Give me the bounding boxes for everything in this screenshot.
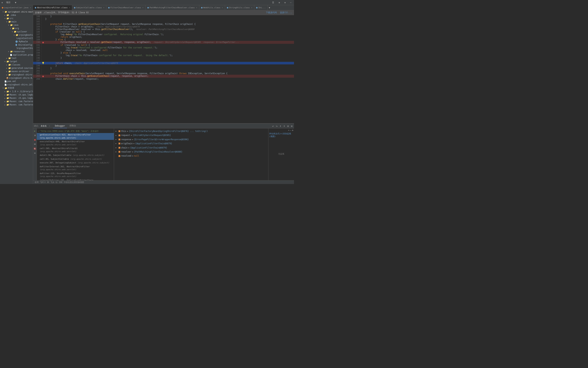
line-code-202[interactable]: protected void executeChain(ServletReque…	[45, 72, 294, 75]
line-code-204[interactable]: chain.doFilter(request, response);	[45, 78, 294, 80]
sidebar-item-iml[interactable]: 📄 srpingboot-shiro.iml	[0, 83, 33, 86]
line-code-190[interactable]: FilterChain resolved = resolver.getChain…	[45, 41, 294, 44]
debug-viewbp-icon[interactable]: 👁	[33, 142, 37, 146]
debug-toolbar-settings[interactable]: ≡	[290, 125, 293, 128]
sidebar-item-test[interactable]: ▶ 📁 test	[0, 56, 33, 60]
line-code-181[interactable]: }	[45, 18, 294, 20]
line-code-192[interactable]: log.trace("Resolved a configured FilterC…	[45, 46, 294, 49]
sidebar-item-external-libs[interactable]: ▼ 📁 外部库	[0, 86, 33, 90]
var-item-origChain[interactable]: ▶=origChain = {ApplicationFilterChain@68…	[114, 141, 268, 146]
eval-minus-icon[interactable]: –	[290, 129, 291, 132]
var-item-chain[interactable]: ▶=chain = {ApplicationFilterChain@6879}	[114, 146, 268, 150]
var-item-resolved[interactable]: =resolved = null	[114, 154, 268, 158]
sidebar-item-src[interactable]: ▼ 📁 src	[0, 17, 33, 20]
debug-stop-icon[interactable]: ⏹	[33, 138, 37, 142]
tab-close-fcr[interactable]: ×	[142, 7, 144, 9]
debug-resume-icon[interactable]: ▶	[34, 129, 36, 133]
var-expand-this[interactable]: ▶	[116, 130, 118, 133]
line-code-197[interactable]	[45, 59, 294, 62]
debug-session-name[interactable]: 未命名	[41, 125, 47, 127]
line-code-183[interactable]: protected FilterChain getExecutionChain(…	[45, 23, 294, 25]
sidebar-item-shiroconfig[interactable]: ShiroConfig	[0, 43, 33, 46]
stack-frame-active[interactable]: getExecutionChain:423, AbstractShiroFilt…	[37, 133, 114, 140]
var-expand-request[interactable]: ▶	[116, 134, 118, 137]
toolbar-btn-3[interactable]: ≡	[283, 1, 287, 4]
line-code-185[interactable]: FilterChainResolver resolver = this.getF…	[45, 28, 294, 30]
stack-frame-6[interactable]: doFilter:125, OncePerRequestFilter (org.…	[37, 172, 114, 178]
line-code-189[interactable]: } else {	[45, 38, 294, 41]
sidebar-item-main[interactable]: ▼ 📁 main	[0, 20, 33, 23]
toolbar-btn-4[interactable]: –	[289, 1, 293, 4]
line-code-203[interactable]: FilterChain chain = this.getExecutionCha…	[45, 75, 294, 78]
menu-project[interactable]: 项目	[5, 0, 12, 4]
line-code-194[interactable]: } else {	[45, 52, 294, 54]
line-code-187[interactable]: log.debug("No FilterChainResolver config…	[45, 33, 294, 36]
tab-close-pm[interactable]: ×	[196, 7, 197, 9]
var-item-resolver[interactable]: ▶=resolver = {PathMatchingFilterChainRes…	[114, 150, 268, 154]
sidebar-item-resources[interactable]: ▼ 📁 resources	[0, 50, 33, 53]
debug-mute-icon[interactable]: 🔇	[33, 147, 37, 150]
code-editor[interactable]: 180 }181}182183 protected FilterChain ge…	[33, 15, 294, 123]
stack-frame-4[interactable]: execute:387, DelegatingSubject (org.apac…	[37, 161, 114, 165]
debug-toolbar-step-into[interactable]: ↪	[275, 125, 278, 128]
tab-web-utils[interactable]: WebUtils.class ×	[199, 5, 225, 10]
line-code-191[interactable]: if (resolved != null) {	[45, 44, 294, 46]
tab-shi[interactable]: Shi...	[254, 5, 268, 10]
line-code-180[interactable]: }	[45, 15, 294, 18]
debug-toolbar-step-out[interactable]: ⬆	[279, 125, 282, 128]
var-item-request[interactable]: ▶=request = {ShiroHttpServletRequest@830…	[114, 133, 268, 137]
line-code-182[interactable]	[45, 20, 294, 23]
toolbar-btn-1[interactable]: ☰	[271, 1, 275, 4]
sidebar-item-syclover[interactable]: ▼ 📁 syclover	[0, 30, 33, 33]
sidebar-item-login-controller[interactable]: LoginController	[0, 37, 33, 40]
stack-frame-7[interactable]: internalDoFilter:193, ApplicationFilterC…	[37, 178, 114, 181]
tab-close-subject[interactable]: ×	[103, 7, 104, 9]
sidebar-item-org[interactable]: ▼ 📁 org	[0, 27, 33, 30]
line-code-196[interactable]: }	[45, 57, 294, 59]
debug-pause-icon[interactable]: ⏸	[33, 134, 37, 137]
var-item-this[interactable]: ▶=this = {ShiroFilterFactoryBean$SpringS…	[114, 129, 268, 133]
toolbar-btn-2[interactable]: ≡	[277, 1, 281, 4]
line-code-188[interactable]: return origChain;	[45, 36, 294, 38]
line-code-198[interactable]: return chain; chain: ApplicationFilterCh…	[45, 62, 294, 64]
line-code-186[interactable]: if (resolver == null) {	[45, 30, 294, 33]
line-code-193[interactable]: chain = resolved; resolved: null	[45, 49, 294, 52]
debug-toolbar-eval[interactable]: ≡	[286, 125, 289, 128]
sidebar-item-classes[interactable]: ▶ 📁 classes	[0, 63, 33, 66]
tab-path-matching[interactable]: PathMatchingFilterChainResolver.class ×	[146, 5, 199, 10]
sidebar-item-project[interactable]: ▼ 📁 springboot-shiro-master [srpingboot-…	[0, 10, 33, 13]
stack-frame-2[interactable]: doCall:90, SubjectCallable (org.apache.s…	[37, 154, 114, 157]
tab-debugger[interactable]: Debugger	[53, 124, 67, 128]
stack-frame-0[interactable]: executeChain:448, AbstractShiroFilter (o…	[37, 140, 114, 147]
tab-overflow-btn[interactable]: ▼	[268, 6, 271, 9]
sidebar-item-jackson-2[interactable]: ▶ 📁 Maven: com.fasterxml.jackson.core:ja…	[0, 103, 33, 106]
line-code-184[interactable]: FilterChain chain = origChain; chain: Ap…	[45, 25, 294, 28]
sidebar-item-logback-core[interactable]: ▶ 📁 Maven: ch.qos.logback:logback-core:1…	[0, 96, 33, 100]
sidebar-item-srpingbootshiro[interactable]: ▼ 📁 srpingbootshiro	[0, 33, 33, 37]
tab-close-su[interactable]: ×	[251, 7, 252, 9]
line-code-200[interactable]: }	[45, 67, 294, 70]
menu-dropdown-icon[interactable]: ▼	[14, 1, 17, 4]
sidebar-item-pom[interactable]: 📄 pom.xml	[0, 80, 33, 83]
tab-abstract-shiro-filter[interactable]: AbstractShiroFilter.class ×	[33, 5, 72, 10]
line-code-199[interactable]: }	[45, 64, 294, 67]
tab-filter-chain-resolver[interactable]: FilterChainResolver.class ×	[106, 5, 146, 10]
debug-toolbar-step-over[interactable]: ↩	[271, 125, 274, 128]
tab-login-controller[interactable]: LoginController.java ×	[0, 5, 33, 10]
sidebar-item-target[interactable]: ▼ 📁 target	[0, 60, 33, 63]
download-source-link[interactable]: 下载源代码	[266, 11, 277, 14]
debug-toolbar-run-cursor[interactable]: ⬇	[283, 125, 286, 128]
line-code-201[interactable]	[45, 70, 294, 72]
sidebar-item-snapshot-dir[interactable]: ▶ 📁 srpingboot-shiro-0.0.1-SNAPSHOT	[0, 73, 33, 76]
choose-source-link[interactable]: 选源(S)...	[280, 11, 292, 14]
sidebar-item-jackson-1[interactable]: ▶ 📁 Maven: com.fasterxml.jackson.core:ja…	[0, 100, 33, 103]
var-item-response[interactable]: ▶=response = {ErrorPageFilter$ErrorWrapp…	[114, 138, 268, 141]
tab-close-wu[interactable]: ×	[222, 7, 223, 9]
sidebar-item-logback-classic[interactable]: ▶ 📁 Maven: ch.qos.logback:logback-classi…	[0, 93, 33, 96]
sidebar-item-snapshot-war[interactable]: 📦 srpingboot-shiro-0.0.1-SNAPSHOT.war	[0, 76, 33, 80]
sidebar-item-myrealm[interactable]: MyRealm	[0, 40, 33, 43]
tab-subject-callable[interactable]: SubjectCallable.class ×	[72, 5, 106, 10]
stack-frame-1[interactable]: call:365, AbstractShiroFilter$1 (org.apa…	[37, 147, 114, 154]
var-expand-origChain[interactable]: ▶	[116, 142, 118, 145]
sidebar-item-generated-sources[interactable]: ▶ 📁 generated-sources	[0, 66, 33, 70]
